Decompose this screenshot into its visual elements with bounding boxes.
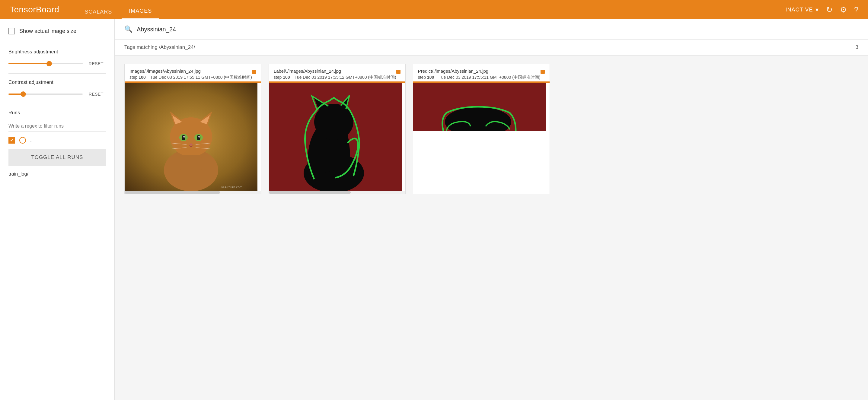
- status-dropdown[interactable]: INACTIVE ▾: [785, 6, 819, 13]
- predict-svg: [413, 82, 546, 131]
- image-card-1-indicator: [396, 70, 401, 74]
- image-card-1-area: [269, 82, 405, 191]
- timestamp-0: Tue Dec 03 2019 17:55:11 GMT+0800 (中国标准时…: [150, 75, 252, 80]
- train-log-label: train_log/: [8, 171, 106, 177]
- contrast-title: Contrast adjustment: [8, 80, 106, 85]
- image-card-0: Images/./images/Abyssinian_24.jpg step 1…: [124, 64, 261, 194]
- status-label: INACTIVE: [785, 7, 813, 13]
- run-dot: .: [30, 137, 32, 143]
- toggle-all-runs-button[interactable]: TOGGLE ALL RUNS: [8, 149, 106, 166]
- topbar: TensorBoard SCALARS IMAGES INACTIVE ▾ ↻ …: [0, 0, 868, 19]
- image-card-0-indicator: [252, 70, 256, 74]
- search-bar: 🔍: [115, 19, 868, 39]
- cat-photo: © Airburn.com: [125, 82, 257, 191]
- search-icon: 🔍: [124, 25, 132, 33]
- image-card-0-area: © Airburn.com: [125, 82, 261, 191]
- nav-images[interactable]: IMAGES: [122, 0, 159, 19]
- image-card-2-area: [413, 82, 550, 131]
- brightness-thumb[interactable]: [46, 61, 52, 66]
- predict-image: [413, 82, 546, 131]
- settings-icon[interactable]: ⚙: [840, 5, 847, 14]
- image-card-1-subtitle: step 100 Tue Dec 03 2019 17:55:12 GMT+08…: [274, 75, 396, 80]
- main-layout: Show actual image size Brightness adjust…: [0, 19, 868, 400]
- step-label-1: step: [274, 75, 282, 80]
- image-card-2-header: Predict/./images/Abyssinian_24.jpg step …: [413, 64, 550, 81]
- image-card-0-subtitle: step 100 Tue Dec 03 2019 17:55:11 GMT+08…: [129, 75, 252, 80]
- help-icon[interactable]: ?: [854, 5, 858, 14]
- dropdown-arrow-icon: ▾: [815, 6, 819, 13]
- tags-matching-text: Tags matching /Abyssinian_24/: [124, 44, 195, 51]
- step-value-1: 100: [283, 75, 290, 80]
- divider-1: [8, 43, 106, 43]
- image-card-0-title: Images/./images/Abyssinian_24.jpg: [129, 68, 252, 74]
- image-card-1-header: Label/./images/Abyssinian_24.jpg step 10…: [269, 64, 405, 81]
- image-card-1-scrollbar[interactable]: [269, 191, 405, 194]
- step-label-2: step: [418, 75, 426, 80]
- contrast-slider-row: RESET: [8, 91, 106, 98]
- timestamp-1: Tue Dec 03 2019 17:55:12 GMT+0800 (中国标准时…: [294, 75, 396, 80]
- tags-count: 3: [856, 44, 858, 51]
- step-value-2: 100: [427, 75, 434, 80]
- svg-rect-20: [181, 155, 202, 172]
- app-logo: TensorBoard: [10, 5, 59, 14]
- nav-scalars[interactable]: SCALARS: [77, 0, 119, 19]
- contrast-slider-track[interactable]: [8, 94, 83, 95]
- images-grid: Images/./images/Abyssinian_24.jpg step 1…: [115, 59, 868, 199]
- svg-text:© Airburn.com: © Airburn.com: [221, 185, 242, 189]
- show-actual-size-checkbox[interactable]: [8, 28, 15, 34]
- image-card-2-indicator: [540, 70, 545, 74]
- tags-bar: Tags matching /Abyssinian_24/ 3: [115, 39, 868, 56]
- contrast-section: Contrast adjustment RESET: [8, 80, 106, 98]
- step-value-0: 100: [138, 75, 146, 80]
- image-card-1-title: Label/./images/Abyssinian_24.jpg: [274, 68, 396, 74]
- contrast-thumb[interactable]: [21, 91, 26, 97]
- svg-point-9: [182, 135, 185, 140]
- topbar-nav: SCALARS IMAGES: [77, 0, 159, 19]
- runs-section: Runs . TOGGLE ALL RUNS train_log/: [8, 110, 106, 177]
- divider-3: [8, 104, 106, 104]
- image-card-0-header: Images/./images/Abyssinian_24.jpg step 1…: [125, 64, 261, 81]
- brightness-slider-track[interactable]: [8, 63, 83, 64]
- run-items: .: [8, 137, 106, 143]
- sidebar: Show actual image size Brightness adjust…: [0, 19, 115, 400]
- image-card-1: Label/./images/Abyssinian_24.jpg step 10…: [269, 64, 406, 194]
- content-area: 🔍 Tags matching /Abyssinian_24/ 3 Images…: [115, 19, 868, 400]
- image-card-2-title: Predict/./images/Abyssinian_24.jpg: [418, 68, 540, 74]
- svg-point-12: [198, 136, 200, 138]
- topbar-right: INACTIVE ▾ ↻ ⚙ ?: [785, 5, 858, 14]
- image-card-2: Predict/./images/Abyssinian_24.jpg step …: [413, 64, 550, 194]
- contrast-reset-button[interactable]: RESET: [86, 91, 106, 98]
- label-svg: [269, 82, 402, 191]
- image-card-0-scrollbar-thumb: [125, 191, 220, 194]
- divider-2: [8, 73, 106, 74]
- svg-point-10: [197, 135, 200, 140]
- brightness-slider-row: RESET: [8, 60, 106, 67]
- refresh-icon[interactable]: ↻: [826, 5, 833, 14]
- brightness-reset-button[interactable]: RESET: [86, 60, 106, 67]
- cat-photo-svg: © Airburn.com: [125, 82, 257, 191]
- run-circle[interactable]: [19, 137, 26, 143]
- search-input[interactable]: [137, 26, 858, 33]
- runs-filter-input[interactable]: [8, 121, 106, 132]
- image-card-0-scrollbar[interactable]: [125, 191, 261, 194]
- brightness-fill: [8, 63, 49, 64]
- run-checkbox-checked[interactable]: [8, 137, 15, 143]
- show-actual-size-label: Show actual image size: [19, 28, 76, 34]
- image-card-2-subtitle: step 100 Tue Dec 03 2019 17:55:11 GMT+08…: [418, 75, 540, 80]
- label-image: [269, 82, 402, 191]
- brightness-section: Brightness adjustment RESET: [8, 49, 106, 67]
- image-card-1-scrollbar-thumb: [269, 191, 351, 194]
- show-actual-size-row: Show actual image size: [8, 28, 106, 34]
- timestamp-2: Tue Dec 03 2019 17:55:11 GMT+0800 (中国标准时…: [439, 75, 540, 80]
- step-label-0: step: [129, 75, 137, 80]
- runs-title: Runs: [8, 110, 106, 115]
- svg-point-11: [183, 136, 185, 138]
- brightness-title: Brightness adjustment: [8, 49, 106, 55]
